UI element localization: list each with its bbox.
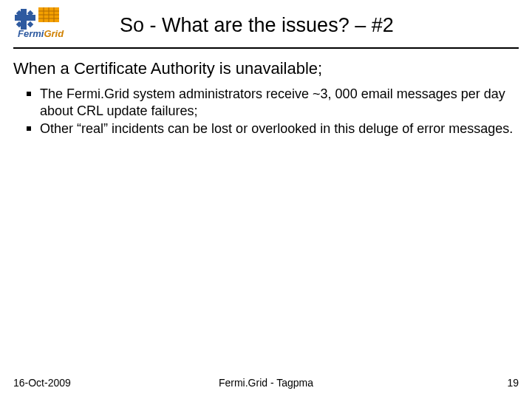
fermigrid-logo-icon: FermiGrid [13, 7, 109, 43]
slide-footer: 16-Oct-2009 Fermi.Grid - Tagpma 19 [13, 377, 519, 389]
svg-text:FermiGrid: FermiGrid [18, 28, 64, 39]
slide-title: So - What are the issues? – #2 [120, 14, 394, 37]
footer-center: Fermi.Grid - Tagpma [13, 377, 519, 389]
slide-header: FermiGrid So - What are the issues? – #2 [13, 7, 519, 43]
slide-subhead: When a Certificate Authority is unavaila… [13, 59, 519, 78]
footer-date: 16-Oct-2009 [13, 377, 71, 389]
list-item: The Fermi.Grid system administrators rec… [25, 86, 519, 119]
svg-rect-5 [27, 21, 33, 27]
list-item: Other “real” incidents can be lost or ov… [25, 120, 519, 137]
footer-page-number: 19 [507, 377, 519, 389]
svg-rect-1 [15, 15, 35, 21]
divider [13, 47, 519, 49]
slide: FermiGrid So - What are the issues? – #2… [0, 0, 532, 399]
bullet-list: The Fermi.Grid system administrators rec… [25, 86, 519, 137]
